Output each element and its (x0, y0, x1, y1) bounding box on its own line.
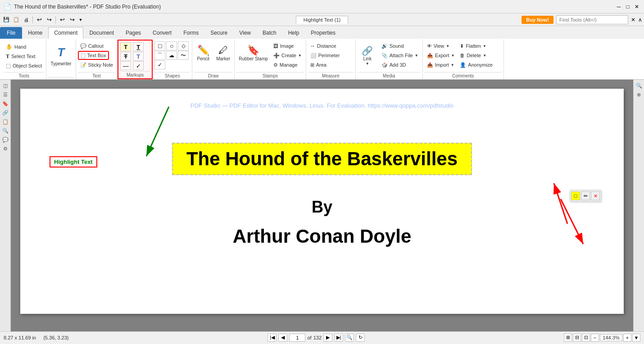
export-comments-btn[interactable]: 📤 Export ▼ (425, 51, 457, 60)
sidebar-btn-2[interactable]: ☰ (1, 91, 9, 99)
buy-now-button[interactable]: Buy Now! (522, 16, 553, 24)
shape-arc-btn[interactable]: ⌒ (154, 51, 165, 60)
marker-icon: 🖊 (218, 45, 228, 56)
qa-save2-btn[interactable]: 📋 (12, 15, 21, 24)
shape-ellipse-btn[interactable]: ○ (166, 41, 177, 50)
tab-document[interactable]: Document (83, 27, 120, 39)
find-tools-expand-btn[interactable]: ∧ (638, 17, 642, 23)
tab-properties[interactable]: Properties (305, 27, 341, 39)
right-sidebar: 🔍 ⊕ (633, 80, 644, 331)
shape-curve-btn[interactable]: 〜 (178, 51, 189, 60)
qa-more-btn[interactable]: ▼ (77, 15, 84, 24)
minimize-button[interactable]: ─ (615, 3, 622, 10)
markup-underline-btn[interactable]: T (133, 42, 144, 51)
popup-color-btn[interactable]: □ (571, 191, 580, 200)
marker-btn[interactable]: 🖊 Marker (214, 41, 232, 70)
popup-edit-btn[interactable]: ✏ (581, 191, 590, 200)
sidebar-btn-1[interactable]: ◫ (1, 81, 9, 90)
right-sidebar-btn-1[interactable]: 🔍 (635, 81, 643, 90)
text-box-btn[interactable]: ⬚ Text Box (78, 51, 109, 60)
anonymize-comments-btn[interactable]: 👤 Anonymize (458, 60, 494, 69)
sidebar-btn-8[interactable]: ⚙ (1, 145, 9, 153)
zoom-dropdown-btn[interactable]: ▼ (632, 334, 640, 342)
add-3d-btn[interactable]: 🎲 Add 3D (379, 60, 421, 69)
sidebar-btn-7[interactable]: 💬 (1, 136, 9, 144)
sound-btn[interactable]: 🔊 Sound (379, 41, 421, 50)
markup-highlight-btn[interactable]: T (120, 42, 131, 51)
view-comments-btn[interactable]: 👁 View ▼ (425, 41, 457, 50)
object-select-btn[interactable]: ⬚ Object Select (4, 61, 44, 70)
attach-file-btn[interactable]: 📎 Attach File ▼ (379, 51, 421, 60)
tab-batch[interactable]: Batch (257, 27, 282, 39)
find-tools-close-btn[interactable]: ✕ (631, 17, 635, 23)
qa-back-btn[interactable]: ↩ (58, 15, 67, 24)
tab-file[interactable]: File (0, 27, 22, 39)
popup-close-btn[interactable]: ✕ (591, 191, 600, 200)
link-btn[interactable]: 🔗 Link ▼ (358, 41, 377, 70)
markup-check-btn[interactable]: ✓ (133, 61, 144, 70)
nav-last-btn[interactable]: ▶| (334, 334, 343, 342)
shape-cloud-btn[interactable]: ☁ (166, 51, 177, 60)
shape-rect-btn[interactable]: □ (154, 41, 165, 50)
shape-check-btn[interactable]: ✓ (154, 60, 165, 69)
nav-search-btn[interactable]: 🔍 (345, 334, 354, 342)
manage-stamp-btn[interactable]: ⚙ Manage (271, 60, 304, 69)
sidebar-btn-3[interactable]: 🔖 (1, 100, 9, 108)
select-text-btn[interactable]: 𝐓 Select Text (4, 52, 38, 61)
flatten-comments-btn[interactable]: ⬇ Flatten ▼ (458, 41, 494, 50)
image-stamp-btn[interactable]: 🖼 Image (271, 41, 304, 50)
zoom-out-btn[interactable]: − (591, 334, 599, 342)
red-arrow2-svg (547, 195, 592, 253)
nav-next-btn[interactable]: ▶ (323, 334, 332, 342)
sidebar-btn-5[interactable]: 📋 (1, 118, 9, 126)
tab-help[interactable]: Help (282, 27, 305, 39)
nav-refresh-btn[interactable]: ↻ (356, 334, 365, 342)
perimeter-btn[interactable]: ⬜ Perimeter (308, 51, 342, 60)
markup-draw-line-btn[interactable]: — (120, 61, 131, 70)
distance-btn[interactable]: ↔ Distance (308, 41, 339, 50)
tab-forms[interactable]: Forms (177, 27, 204, 39)
tab-convert[interactable]: Convert (147, 27, 177, 39)
markup-insert-btn[interactable]: T (133, 52, 144, 61)
tab-view[interactable]: View (233, 27, 257, 39)
typewriter-btn[interactable]: T Typewriter (48, 41, 73, 70)
shape-polygon-btn[interactable]: ◇ (178, 41, 189, 50)
sticky-note-btn[interactable]: 📝 Sticky Note (78, 60, 116, 69)
svg-line-5 (146, 107, 169, 156)
svg-line-1 (554, 183, 567, 224)
zoom-fit-width-btn[interactable]: ⊟ (573, 334, 581, 342)
delete-comments-btn[interactable]: 🗑 Delete ▼ (458, 51, 494, 60)
area-btn[interactable]: ⊞ Area (308, 60, 329, 69)
rubber-stamp-btn[interactable]: 🔖 Rubber Stamp (236, 41, 270, 70)
tab-home[interactable]: Home (22, 27, 48, 39)
sidebar-btn-6[interactable]: 🔍 (1, 127, 9, 135)
pencil-btn[interactable]: ✏️ Pencil (194, 41, 212, 70)
tab-comment[interactable]: Comment (48, 27, 83, 39)
typewriter-icon: T (58, 45, 65, 59)
maximize-button[interactable]: □ (624, 3, 631, 10)
doc-area[interactable]: PDF Studio — PDF Editor for Mac, Windows… (11, 80, 633, 331)
page-number-input[interactable] (289, 334, 305, 342)
zoom-actual-btn[interactable]: ⊡ (582, 334, 590, 342)
zoom-fit-page-btn[interactable]: ⊞ (564, 334, 572, 342)
find-tools-input[interactable] (556, 15, 628, 24)
create-stamp-btn[interactable]: ➕ Create ▼ (271, 51, 304, 60)
hand-tool-btn[interactable]: ✋ Hand (4, 42, 28, 51)
tab-secure[interactable]: Secure (204, 27, 233, 39)
zoom-in-btn[interactable]: + (623, 334, 631, 342)
qa-print-btn[interactable]: 🖨 (22, 15, 31, 24)
qa-undo-btn[interactable]: ↩ (35, 15, 44, 24)
sidebar-btn-4[interactable]: 🔗 (1, 109, 9, 117)
nav-prev-btn[interactable]: ◀ (278, 334, 287, 342)
tab-pages[interactable]: Pages (120, 27, 147, 39)
qa-redo-btn[interactable]: ↪ (45, 15, 54, 24)
callout-btn[interactable]: 💬 Callout (78, 41, 106, 50)
window-title: The Hound of the Baskervilles* - PDF Stu… (14, 4, 615, 10)
import-comments-btn[interactable]: 📥 Import ▼ (425, 60, 457, 69)
right-sidebar-btn-2[interactable]: ⊕ (635, 91, 643, 99)
qa-fwd-btn[interactable]: ↪ (68, 15, 77, 24)
nav-first-btn[interactable]: |◀ (268, 334, 277, 342)
markup-strikethrough-btn[interactable]: T (120, 52, 131, 61)
qa-save-btn[interactable]: 💾 (2, 15, 11, 24)
close-button[interactable]: ✕ (633, 3, 640, 10)
